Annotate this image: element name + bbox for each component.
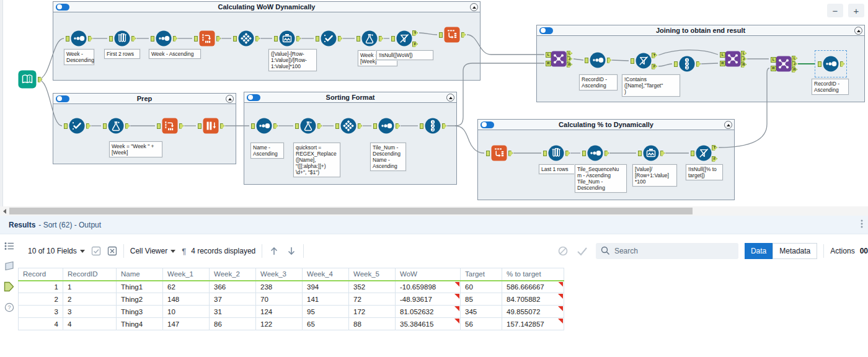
column-header-week-5[interactable]: Week_5	[349, 268, 396, 281]
cell-week-1: 10	[163, 306, 210, 318]
cell-warning-flag-icon	[454, 306, 459, 311]
deselect-fields-icon[interactable]	[107, 246, 117, 256]
metadata-tab-button[interactable]: Metadata	[773, 243, 817, 259]
records-displayed-label: 4 records displayed	[191, 247, 255, 255]
cell-record: 2	[19, 293, 63, 306]
results-panel: Results - Sort (62) - Output	[0, 216, 868, 357]
cell-record: 3	[19, 306, 63, 318]
cell-warning-flag-icon	[558, 282, 563, 287]
column-header-recordid[interactable]: RecordID	[63, 268, 117, 281]
column-header-week-4[interactable]: Week_4	[303, 268, 349, 281]
cell-name: Thing4	[117, 318, 163, 330]
column-header-week-3[interactable]: Week_3	[256, 268, 303, 281]
cell-warning-flag-icon	[454, 294, 459, 299]
scroll-left-arrow-icon[interactable]	[0, 206, 9, 216]
scrollbar-thumb[interactable]	[9, 208, 693, 214]
cell-week-3: 124	[256, 306, 303, 318]
column-header-target[interactable]: Target	[461, 268, 502, 281]
tool-annotation: Week - Ascending	[149, 49, 201, 59]
cell-week-5: 172	[349, 306, 396, 318]
cell-recordid: 2	[63, 293, 117, 306]
cell-to-target: 84.705882	[502, 293, 564, 306]
column-header-record[interactable]: Record	[19, 268, 63, 281]
apply-check-icon	[576, 245, 588, 257]
chevron-down-icon	[170, 250, 175, 253]
cell-week-4: 141	[303, 293, 349, 306]
column-header-week-1[interactable]: Week_1	[163, 268, 210, 281]
actions-button[interactable]: Actions	[830, 247, 854, 255]
fields-dropdown[interactable]: 10 of 10 Fields	[28, 247, 85, 255]
tool-annotation: RecordID - Ascending	[812, 79, 849, 95]
column-header-wow[interactable]: WoW	[396, 268, 461, 281]
results-header: Results - Sort (62) - Output	[0, 216, 868, 234]
column-header-to-target[interactable]: % to target	[502, 268, 564, 281]
search-box[interactable]	[596, 243, 738, 259]
cell-warning-flag-icon	[558, 294, 563, 299]
cell-to-target: 49.855072	[502, 306, 564, 318]
tool-annotation: Week - Descending	[64, 49, 94, 65]
cell-week-3: 122	[256, 318, 303, 330]
chevron-down-icon	[80, 250, 85, 253]
tool-annotation: Last 1 rows	[539, 164, 575, 174]
cell-recordid: 1	[63, 281, 117, 293]
cell-week-4: 65	[303, 318, 349, 330]
search-input[interactable]	[596, 243, 738, 259]
no-edits-icon	[557, 245, 569, 257]
results-table: RecordRecordIDNameWeek_1Week_2Week_3Week…	[18, 268, 564, 330]
cell-week-3: 238	[256, 281, 303, 293]
cell-target: 56	[461, 318, 502, 330]
results-panel-icon[interactable]	[4, 261, 14, 273]
cell-week-4: 95	[303, 306, 349, 318]
cell-record: 1	[19, 281, 63, 293]
cell-week-2: 86	[210, 318, 256, 330]
cell-record: 4	[19, 318, 63, 330]
canvas-horizontal-scrollbar[interactable]	[0, 206, 868, 216]
cell-warning-flag-icon	[558, 306, 563, 311]
cell-viewer-dropdown[interactable]: Cell Viewer	[130, 247, 175, 255]
cell-to-target: 157.142857	[502, 318, 564, 330]
cell-target: 345	[461, 306, 502, 318]
cell-name: Thing3	[117, 306, 163, 318]
clipped-status-label: 00	[860, 247, 868, 255]
cell-target: 85	[461, 293, 502, 306]
tool-annotation: Tile_SequenceNu m - Ascending Tile_Num -…	[575, 164, 627, 193]
cell-week-5: 352	[349, 281, 396, 293]
tool-annotation: !IsNull([WoW])	[376, 50, 433, 60]
results-menu-icon[interactable]	[861, 219, 863, 231]
cell-wow: 35.384615	[396, 318, 461, 330]
zoom-in-button[interactable]: +	[848, 4, 864, 17]
column-header-week-2[interactable]: Week_2	[210, 268, 256, 281]
zoom-out-button[interactable]: −	[827, 4, 843, 17]
select-all-fields-icon[interactable]	[91, 246, 101, 256]
data-tab-button[interactable]: Data	[745, 243, 773, 259]
cell-week-1: 147	[163, 318, 210, 330]
svg-text:?: ?	[7, 304, 11, 311]
cell-week-2: 31	[210, 306, 256, 318]
output-anchor-icon[interactable]	[4, 281, 14, 294]
tool-annotation: ([Value]-[Row- 1:Value])/[Row- 1:Value]*…	[268, 49, 317, 71]
whitespace-toggle-icon[interactable]: ¶	[182, 247, 186, 256]
cell-week-5: 88	[349, 318, 396, 330]
tool-annotation: !IsNull([% to target])	[686, 164, 723, 180]
tool-annotation: Week = "Week " + [Week]	[109, 141, 162, 157]
results-toolbar: 10 of 10 Fields Cell Viewer ¶	[18, 234, 868, 268]
cell-name: Thing1	[117, 281, 163, 293]
arrow-down-icon[interactable]	[286, 245, 297, 257]
results-title: Results	[9, 221, 35, 229]
cell-week-3: 70	[256, 293, 303, 306]
cell-wow: -48.93617	[396, 293, 461, 306]
tool-annotation: Tile_Num - Descending Name - Ascending	[370, 143, 406, 171]
tool-annotation: Name - Ascending	[250, 143, 284, 159]
cell-recordid: 3	[63, 306, 117, 318]
arrow-up-icon[interactable]	[268, 245, 280, 257]
cell-week-4: 394	[303, 281, 349, 293]
cell-wow: -10.659898	[396, 281, 461, 293]
tool-annotation: quicksort = REGEX_Replace ([Name], "([[:…	[293, 143, 340, 177]
help-icon[interactable]: ?	[4, 302, 14, 315]
results-list-icon[interactable]	[4, 242, 14, 253]
cell-warning-flag-icon	[454, 282, 459, 287]
cell-week-2: 37	[210, 293, 256, 306]
workflow-canvas[interactable]: Calculating WoW DynamicallyPrepSorting F…	[0, 0, 868, 206]
cell-name: Thing2	[117, 293, 163, 306]
column-header-name[interactable]: Name	[117, 268, 163, 281]
